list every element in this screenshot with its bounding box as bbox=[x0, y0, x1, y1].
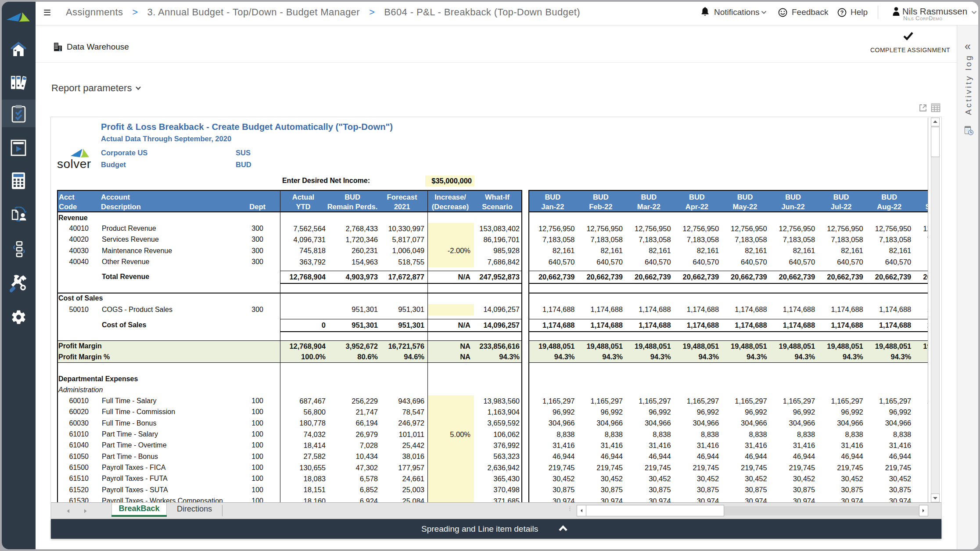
svg-text:?: ? bbox=[840, 9, 844, 16]
